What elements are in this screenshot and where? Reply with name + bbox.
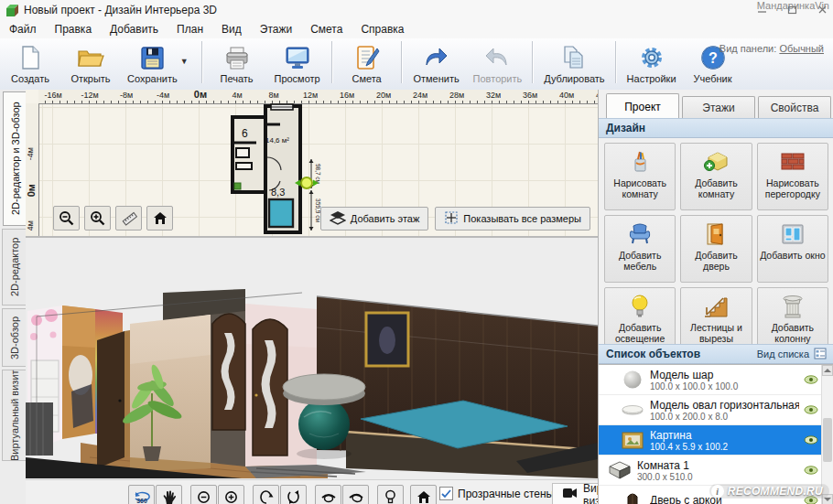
menu-add[interactable]: Добавить xyxy=(101,21,168,38)
list-view-toggle[interactable]: Вид списка xyxy=(757,348,827,361)
visibility-eye-icon[interactable] xyxy=(799,466,823,475)
close-icon[interactable] xyxy=(817,5,828,16)
arched-door-model-icon xyxy=(619,491,646,504)
zoom-in-button[interactable] xyxy=(84,206,111,231)
monitor-icon xyxy=(285,44,310,71)
add-room-button[interactable]: Добавить комнату xyxy=(680,143,752,210)
home-3d-button[interactable] xyxy=(410,485,437,504)
draw-partition-button[interactable]: Нарисовать перегородку xyxy=(757,143,828,210)
add-door-button[interactable]: Добавить дверь xyxy=(680,215,752,283)
svg-text:360: 360 xyxy=(136,498,147,504)
show-all-dimensions-button[interactable]: Показывать все размеры xyxy=(435,207,590,231)
preview-button[interactable]: Просмотр xyxy=(267,39,328,87)
save-project-button[interactable]: Сохранить ▼ xyxy=(121,39,198,87)
tab-2d-and-3d[interactable]: 2D-редактор и 3D-обзор xyxy=(3,91,27,226)
tab-properties[interactable]: Свойства xyxy=(758,96,831,119)
print-button[interactable]: Печать xyxy=(207,39,267,87)
plan-selection-handle[interactable] xyxy=(301,177,312,188)
rotate-horizontal-button[interactable] xyxy=(280,485,307,504)
wall-picture xyxy=(366,313,408,366)
object-row-arched-door[interactable]: Дверь с аркой xyxy=(599,486,833,504)
visibility-eye-icon[interactable] xyxy=(799,435,823,445)
objects-section-header: Список объектов Вид списка xyxy=(599,344,833,364)
list-view-icon xyxy=(814,348,827,361)
scrollbar-thumb[interactable] xyxy=(823,418,832,462)
save-dropdown-arrow-icon[interactable]: ▼ xyxy=(178,57,191,66)
object-row-oval[interactable]: Модель овал горизонтальная 100.0 x 200.0… xyxy=(599,395,833,425)
plan-room-bottom-label: 8,3 xyxy=(271,187,285,198)
toolbar-separator xyxy=(615,41,617,83)
object-row-sphere[interactable]: Модель шар 100.0 x 100.0 x 100.0 xyxy=(599,365,833,395)
home-view-button[interactable] xyxy=(146,206,173,231)
toolbar-separator xyxy=(201,41,203,83)
menu-floors[interactable]: Этажи xyxy=(251,21,301,38)
pan-hand-button[interactable] xyxy=(156,485,182,504)
draw-room-button[interactable]: Нарисовать комнату xyxy=(604,143,676,210)
object-row-room[interactable]: Комната 1 300.0 x 510.0 xyxy=(599,456,833,486)
toolbar-separator xyxy=(401,41,403,83)
scroll-up-icon[interactable] xyxy=(822,365,833,376)
door-icon xyxy=(704,221,728,247)
duplicate-button[interactable]: Дублировать xyxy=(537,39,611,87)
vertical-ruler: -4м 0м 4м xyxy=(26,103,39,236)
floor-plan-drawing[interactable]: 6 14,6 м² 8,3 98,7 см 359,9 см xyxy=(227,102,335,236)
oval-model-icon xyxy=(619,403,646,416)
lighting-button[interactable] xyxy=(377,485,404,504)
room-model-icon xyxy=(606,461,633,479)
look-right-button[interactable] xyxy=(342,485,369,504)
menu-view[interactable]: Вид xyxy=(212,21,251,38)
visibility-eye-icon[interactable] xyxy=(799,496,823,504)
maximize-icon[interactable] xyxy=(787,5,797,16)
rotate-vertical-button[interactable] xyxy=(253,485,279,504)
measure-ruler-button[interactable] xyxy=(115,206,142,231)
add-floor-button[interactable]: Добавить этаж xyxy=(320,207,428,231)
window-title: Новый проект - Дизайн Интерьера 3D xyxy=(24,4,217,16)
menu-edit[interactable]: Правка xyxy=(46,21,102,38)
arched-door-1 xyxy=(212,314,245,430)
open-project-button[interactable]: Открыть xyxy=(60,39,121,87)
tab-floors[interactable]: Этажи xyxy=(682,96,755,119)
plan-floor-buttons: Добавить этаж Показывать все размеры xyxy=(320,207,590,231)
right-panel: Проект Этажи Свойства Дизайн Нарисовать … xyxy=(598,90,833,504)
rotate-360-button[interactable]: 360 xyxy=(128,485,155,504)
plan-room-small-label: 6 xyxy=(242,127,248,140)
tab-2d-editor[interactable]: 2D-редактор xyxy=(2,229,26,306)
tab-project[interactable]: Проект xyxy=(606,93,679,119)
zoom-out-3d-button[interactable] xyxy=(190,485,217,504)
zoom-out-button[interactable] xyxy=(53,206,80,231)
dimensions-icon xyxy=(444,210,459,227)
panel-view-link[interactable]: Обычный xyxy=(779,43,824,54)
add-furniture-button[interactable]: Добавить мебель xyxy=(604,215,676,283)
view-3d-toolbar: 360 Прозрачные стены Виртуальный визит xyxy=(26,479,598,504)
tab-virtual-visit[interactable]: Виртуальный визит xyxy=(2,370,26,461)
window-icon xyxy=(781,221,805,247)
new-project-button[interactable]: Создать xyxy=(0,39,60,87)
estimate-button[interactable]: Смета xyxy=(337,39,397,87)
view-3d-viewport xyxy=(26,238,598,479)
menu-help[interactable]: Справка xyxy=(352,21,413,38)
minimize-icon[interactable] xyxy=(757,5,767,16)
menu-estimate[interactable]: Смета xyxy=(301,21,352,38)
add-window-button[interactable]: Добавить окно xyxy=(757,215,828,283)
settings-button[interactable]: Настройки xyxy=(621,39,683,87)
camera-icon xyxy=(562,488,578,501)
zoom-in-3d-button[interactable] xyxy=(218,485,244,504)
tab-3d-view[interactable]: 3D-обзор xyxy=(2,308,26,367)
plan-dimension-top: 98,7 см xyxy=(315,164,321,185)
menu-file[interactable]: Файл xyxy=(0,21,46,38)
look-left-button[interactable] xyxy=(315,485,341,504)
visibility-eye-icon[interactable] xyxy=(799,405,823,414)
add-room-icon xyxy=(703,149,729,175)
visibility-eye-icon[interactable] xyxy=(799,375,823,384)
toolbar-separator xyxy=(331,41,333,83)
transparent-walls-checkbox[interactable]: Прозрачные стены xyxy=(439,487,554,500)
redo-button[interactable]: Повторить xyxy=(467,39,529,87)
menu-plan[interactable]: План xyxy=(168,21,212,38)
plan-room-main-label: 14,6 м² xyxy=(265,136,289,145)
picture-model-icon xyxy=(619,432,646,449)
3d-scene[interactable] xyxy=(26,238,598,479)
objects-scrollbar[interactable] xyxy=(821,365,833,504)
undo-button[interactable]: Отменить xyxy=(406,39,467,87)
scroll-down-icon[interactable] xyxy=(822,494,833,504)
object-row-picture-selected[interactable]: Картина 100.4 x 5.9 x 100.2 xyxy=(599,425,833,456)
